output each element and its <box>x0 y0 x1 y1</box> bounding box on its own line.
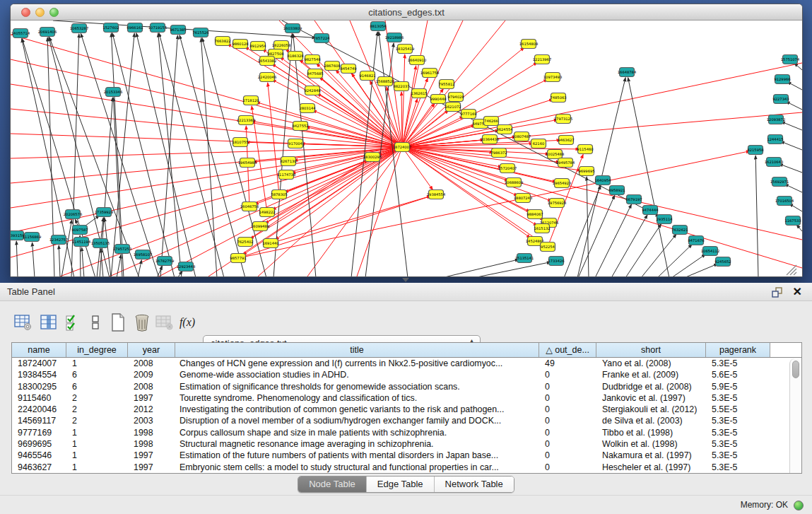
graph-node-9699695[interactable]: 9699695 <box>578 167 594 176</box>
graph-node-8471676[interactable]: 8471676 <box>688 236 704 245</box>
table-row[interactable]: 969969511998Structural magnetic resonanc… <box>12 438 801 450</box>
citation-edge-black[interactable] <box>82 247 84 276</box>
graph-node-9474444[interactable]: 9474444 <box>642 206 659 215</box>
graph-node-5878305[interactable]: 5878305 <box>271 190 287 199</box>
graph-node-9245652[interactable]: 9245652 <box>714 257 731 267</box>
graph-node-18300295[interactable]: 18300295 <box>363 153 382 162</box>
citation-edge-red[interactable] <box>268 83 279 194</box>
column-header-pagerank[interactable]: pagerank <box>706 343 770 357</box>
graph-node-8813054[interactable]: 8813054 <box>370 22 387 31</box>
graph-node-20364436[interactable]: 20364436 <box>481 135 499 144</box>
graph-node-8475685[interactable]: 8475685 <box>307 69 323 78</box>
graph-node-7625402[interactable]: 7625402 <box>237 238 253 247</box>
table-row[interactable]: 1830029562008Estimation of significance … <box>12 381 801 392</box>
graph-node-2803144[interactable]: 2803144 <box>299 104 316 113</box>
citation-edge-black[interactable] <box>611 215 647 276</box>
citation-edge-black[interactable] <box>779 164 802 173</box>
graph-node-1244415[interactable]: 1244415 <box>767 135 783 144</box>
graph-node-6966161[interactable]: 6966161 <box>126 23 143 33</box>
citation-edge-black[interactable] <box>180 35 245 276</box>
citation-edge-black[interactable] <box>671 255 705 276</box>
graph-node-8822037[interactable]: 8822037 <box>393 82 409 91</box>
citation-edge-black[interactable] <box>595 204 631 276</box>
graph-node-9857791[interactable]: 9857791 <box>230 254 246 263</box>
citation-edge-black[interactable] <box>628 78 669 276</box>
citation-network-graph[interactable]: 1872400714055714206914061065328715276026… <box>11 21 802 276</box>
graph-node-15135141[interactable]: 15135141 <box>515 254 534 263</box>
column-header-short[interactable]: short <box>596 343 706 357</box>
graph-node-15688520[interactable]: 15688520 <box>376 77 394 86</box>
graph-node-19495784[interactable]: 19495784 <box>556 158 575 168</box>
citation-edge-red[interactable] <box>159 147 402 276</box>
delete-table-icon[interactable] <box>131 311 153 334</box>
graph-node-17973125[interactable]: 17973125 <box>554 115 572 124</box>
citation-edge-black[interactable] <box>780 141 802 150</box>
citation-edge-black[interactable] <box>202 38 266 276</box>
table-row[interactable]: 1872400712008Changes of HCN gene express… <box>12 358 801 369</box>
graph-node-9097587[interactable]: 9097587 <box>71 226 88 235</box>
graph-node-17359928[interactable]: 17359928 <box>95 208 113 217</box>
graph-node-9884067[interactable]: 9884067 <box>526 210 543 219</box>
table-row[interactable]: 2242004622012Investigating the contribut… <box>12 404 801 415</box>
graph-node-17016504[interactable]: 17016504 <box>775 197 794 206</box>
graph-node-1733426[interactable]: 1733426 <box>548 257 564 266</box>
citation-edge-red[interactable] <box>284 147 402 192</box>
citation-edge-red[interactable] <box>294 147 402 160</box>
graph-node-18226058[interactable]: 18226058 <box>272 41 290 50</box>
table-settings-icon[interactable] <box>13 311 34 334</box>
graph-node-6679197[interactable]: 6679197 <box>625 195 642 204</box>
graph-node-14055714[interactable]: 14055714 <box>11 29 30 38</box>
network-canvas[interactable]: 1872400714055714206914061065328715276026… <box>11 21 802 276</box>
graph-node-16099489[interactable]: 16099489 <box>251 222 269 231</box>
table-row[interactable]: 1938455462009Genome-wide association stu… <box>12 369 801 380</box>
select-columns-icon[interactable] <box>62 311 83 334</box>
citation-edge-black[interactable] <box>473 262 551 276</box>
citation-edge-black[interactable] <box>784 184 802 192</box>
graph-node-1691440[interactable]: 1691440 <box>262 239 278 248</box>
column-header-year[interactable]: year <box>128 343 175 357</box>
graph-node-9115460[interactable]: 9115460 <box>577 145 593 154</box>
graph-node-19654923[interactable]: 19654923 <box>553 179 571 188</box>
table-scrollbar-thumb[interactable] <box>792 361 799 378</box>
graph-node-10025488[interactable]: 10025488 <box>546 150 564 159</box>
graph-node-9777169[interactable]: 9777169 <box>460 110 476 119</box>
graph-node-12213363[interactable]: 12213363 <box>237 116 255 125</box>
graph-node-15751074[interactable]: 15751074 <box>781 55 800 64</box>
graph-node-1527602[interactable]: 1527602 <box>102 23 119 33</box>
graph-node-18807243[interactable]: 18807243 <box>514 194 532 203</box>
citation-edge-black[interactable] <box>755 156 758 276</box>
citation-edge-black[interactable] <box>625 224 661 276</box>
graph-node-12923448[interactable]: 12923448 <box>177 262 195 271</box>
graph-node-19654985[interactable]: 19654985 <box>238 158 257 168</box>
graph-node-19218986[interactable]: 19218986 <box>385 33 404 42</box>
graph-node-9860128[interactable]: 9860128 <box>232 40 248 49</box>
column-header-in_degree[interactable]: in_degree <box>66 343 128 357</box>
node-table[interactable]: namein_degreeyeartitle△ out_de...shortpa… <box>11 342 802 474</box>
citation-edge-black[interactable] <box>587 177 589 276</box>
graph-node-16154808[interactable]: 16154808 <box>519 40 538 49</box>
graph-node-15692971[interactable]: 15692971 <box>770 177 789 187</box>
graph-node-16648784[interactable]: 16648784 <box>618 68 637 77</box>
graph-node-9794028[interactable]: 9794028 <box>447 93 464 102</box>
graph-node-9227343[interactable]: 9227343 <box>772 95 789 104</box>
graph-node-19384554[interactable]: 19384554 <box>427 190 446 199</box>
graph-node-12342757[interactable]: 12342757 <box>49 235 68 245</box>
citation-edge-black[interactable] <box>158 33 182 276</box>
graph-node-11156869[interactable]: 11156869 <box>23 233 41 242</box>
close-window-button[interactable] <box>21 8 30 17</box>
graph-node-9671385[interactable]: 9671385 <box>170 25 186 35</box>
graph-node-9146821[interactable]: 9146821 <box>359 71 375 81</box>
graph-node-10653287[interactable]: 10653287 <box>70 24 88 33</box>
graph-node-22420046[interactable]: 22420046 <box>258 73 276 82</box>
graph-node-7955812[interactable]: 7955812 <box>438 80 454 89</box>
graph-node-16640910[interactable]: 16640910 <box>408 56 426 65</box>
graph-node-18724007[interactable]: 18724007 <box>393 143 411 152</box>
new-table-icon[interactable] <box>107 311 129 334</box>
graph-node-16961758[interactable]: 16961758 <box>420 69 439 78</box>
tab-node-table[interactable]: Node Table <box>298 477 367 492</box>
graph-node-13505135[interactable]: 13505135 <box>91 239 110 248</box>
citation-edge-red[interactable] <box>258 147 402 276</box>
function-builder-icon[interactable]: f(x) <box>177 311 198 334</box>
column-header-out_de[interactable]: △ out_de... <box>539 343 596 357</box>
row-height-icon[interactable] <box>85 311 106 334</box>
